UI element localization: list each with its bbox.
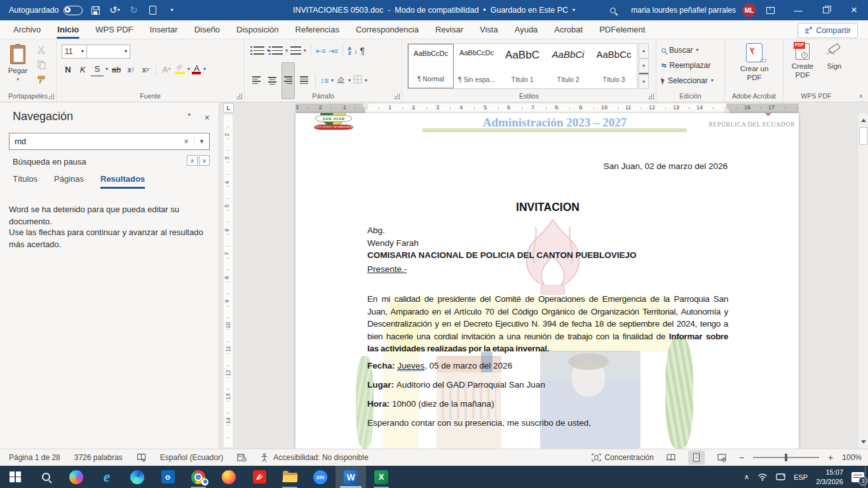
web-layout-icon[interactable] [714, 451, 730, 464]
vertical-ruler[interactable]: 2 3 4 5 6 7 8 9 10 11 12 13 14 [224, 115, 233, 447]
restore-button[interactable] [812, 0, 840, 20]
language-switcher[interactable]: ESP [794, 473, 808, 481]
borders-icon[interactable] [353, 75, 362, 86]
style-normal[interactable]: AaBbCcDc ¶ Normal [408, 44, 454, 88]
word-count[interactable]: 3726 palabras [74, 453, 123, 462]
tab-selector[interactable]: L [223, 103, 234, 112]
highlight-chevron-icon[interactable]: ▾ [187, 67, 190, 72]
scroll-up-icon[interactable] [858, 116, 868, 125]
font-size-chevron-icon[interactable]: ▾ [81, 49, 84, 54]
word-button[interactable]: W [336, 466, 366, 488]
toggle-switch-icon[interactable] [64, 6, 83, 15]
zoom-app-button[interactable]: zm [305, 466, 336, 488]
accessibility-status[interactable]: Accesibilidad: No disponible [273, 453, 368, 462]
nav-search-box[interactable]: × ▾ [9, 133, 210, 150]
underline-button[interactable]: S [91, 62, 104, 76]
saved-location-label[interactable]: Guardado en Este PC [491, 6, 568, 15]
show-formatting-icon[interactable]: ¶ [360, 46, 365, 56]
highlight-color-button[interactable] [175, 64, 186, 75]
share-button[interactable]: Compartir [797, 23, 858, 38]
internet-explorer-button[interactable]: e [92, 466, 122, 488]
nav-tab-titulos[interactable]: Títulos [13, 174, 37, 189]
superscript-button[interactable]: x2 [139, 62, 152, 76]
numbered-list-icon[interactable] [272, 46, 283, 55]
language-indicator[interactable]: Español (Ecuador) [160, 453, 223, 462]
bullet-list-icon[interactable] [254, 46, 264, 55]
tab-insertar[interactable]: Insertar [142, 21, 186, 39]
ribbon-display-options-icon[interactable] [756, 0, 784, 20]
document-page[interactable]: SAN JUAN POR EL HONOR Y LA GRANDEZA DE L… [295, 113, 799, 449]
strikethrough-button[interactable]: ab [110, 62, 123, 76]
styles-scroll-down-icon[interactable]: ▼ [639, 58, 649, 74]
underline-chevron-icon[interactable]: ▾ [105, 67, 108, 72]
tab-pdfelement[interactable]: PDFelement [591, 21, 653, 39]
outlook-button[interactable]: o [153, 466, 183, 488]
zoom-slider-thumb[interactable] [785, 454, 787, 461]
vertical-scrollbar[interactable] [857, 113, 868, 449]
close-button[interactable]: × [840, 0, 868, 20]
edge-button[interactable] [122, 466, 153, 488]
acrobat-button[interactable] [244, 466, 275, 488]
font-dialog-launcher-icon[interactable] [236, 93, 242, 99]
clock[interactable]: 15:07 2/3/2026 [816, 468, 843, 486]
focus-mode-icon[interactable] [592, 453, 601, 462]
nav-search-input[interactable] [10, 137, 179, 146]
font-color-chevron-icon[interactable]: ▾ [203, 67, 206, 72]
firefox-button[interactable] [214, 466, 244, 488]
display-connect-icon[interactable] [776, 473, 785, 481]
sort-icon[interactable]: AZ [348, 46, 351, 55]
bold-button[interactable]: N [62, 62, 74, 76]
zoom-in-button[interactable]: + [828, 452, 833, 463]
wps-sign-button[interactable]: Sign [822, 43, 847, 71]
copilot-button[interactable] [61, 466, 92, 488]
scrollbar-thumb[interactable] [859, 127, 867, 145]
start-button[interactable] [0, 466, 31, 488]
select-button[interactable]: Seleccionar ▾ [661, 74, 714, 88]
customize-qat-icon[interactable]: ▾ [166, 4, 178, 16]
tab-ayuda[interactable]: Ayuda [506, 21, 546, 39]
style-heading1[interactable]: AaBbC Título 1 [499, 44, 545, 88]
style-no-spacing[interactable]: AaBbCcDc ¶ Sin espa... [454, 44, 499, 88]
tray-expand-icon[interactable]: ∧ [744, 473, 749, 481]
clipboard-dialog-launcher-icon[interactable] [48, 93, 54, 99]
show-desktop-button[interactable] [865, 466, 868, 488]
styles-dialog-launcher-icon[interactable] [648, 93, 654, 99]
scroll-down-icon[interactable] [858, 437, 868, 447]
create-pdf-acrobat-button[interactable]: Crear un PDF [734, 43, 775, 83]
tab-acrobat[interactable]: Acrobat [546, 21, 591, 39]
shading-icon[interactable] [336, 75, 346, 86]
nav-tab-resultados[interactable]: Resultados [100, 174, 145, 189]
zoom-level[interactable]: 100% [842, 453, 862, 462]
undo-icon[interactable]: ↺▾ [109, 4, 121, 16]
tab-archivo[interactable]: Archivo [5, 21, 49, 39]
tab-disposicion[interactable]: Disposición [228, 21, 287, 39]
wifi-icon[interactable] [757, 473, 768, 481]
nav-search-clear-icon[interactable]: × [179, 137, 194, 146]
tab-inicio[interactable]: Inicio [49, 21, 87, 39]
nav-pane-chevron-icon[interactable]: ▾ [188, 112, 191, 123]
user-name[interactable]: maria lourdes peñafiel parrales [631, 6, 736, 15]
paste-chevron-icon[interactable]: ▾ [17, 77, 19, 81]
tab-diseno[interactable]: Diseño [186, 21, 228, 39]
format-painter-icon[interactable] [36, 75, 47, 85]
zoom-slider[interactable] [753, 457, 819, 458]
paste-button[interactable]: Pegar ▾ [4, 43, 32, 90]
nav-tab-paginas[interactable]: Páginas [54, 174, 84, 189]
style-heading3[interactable]: AaBbCc Título 3 [591, 44, 637, 88]
chrome-button[interactable] [183, 466, 214, 488]
excel-button[interactable]: X [366, 466, 397, 488]
font-name-chevron-icon[interactable]: ▾ [125, 49, 127, 54]
numbering-chevron-icon[interactable]: ▾ [285, 48, 288, 53]
styles-more-icon[interactable]: ▼ [639, 73, 649, 89]
decrease-indent-icon[interactable]: ⇤≡ [316, 47, 326, 55]
previous-result-button[interactable]: ∧ [187, 155, 198, 166]
focus-mode-label[interactable]: Concentración [605, 453, 654, 462]
subscript-button[interactable]: x2 [125, 62, 137, 76]
line-spacing-chevron-icon[interactable]: ▾ [331, 78, 334, 83]
style-heading2[interactable]: AaBbCi Título 2 [545, 44, 591, 88]
zoom-out-button[interactable]: − [739, 452, 744, 463]
italic-button[interactable]: K [76, 62, 89, 76]
tab-vista[interactable]: Vista [471, 21, 506, 39]
tab-wps-pdf[interactable]: WPS PDF [87, 21, 141, 39]
replace-button[interactable]: ⇆ Reemplazar [661, 58, 710, 72]
